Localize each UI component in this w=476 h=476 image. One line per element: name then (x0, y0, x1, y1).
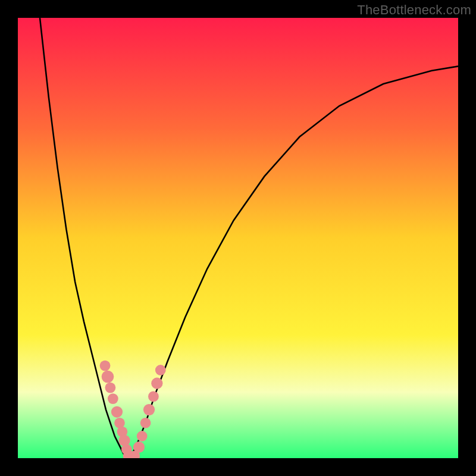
curve-right (128, 66, 458, 458)
curve-layer (18, 18, 458, 458)
curve-left (40, 18, 128, 458)
data-marker (140, 418, 151, 428)
data-marker (143, 404, 155, 415)
data-marker (137, 431, 148, 441)
chart-frame: TheBottleneck.com (0, 0, 476, 476)
marker-group (100, 361, 166, 458)
data-marker (105, 383, 116, 393)
data-marker (155, 365, 166, 375)
data-marker (151, 378, 162, 389)
watermark-text: TheBottleneck.com (357, 2, 471, 18)
data-marker (108, 393, 118, 404)
data-marker (102, 371, 114, 383)
plot-area (18, 18, 458, 458)
data-marker (148, 392, 159, 402)
data-marker (111, 406, 123, 418)
data-marker (133, 441, 145, 453)
data-marker (100, 361, 111, 371)
